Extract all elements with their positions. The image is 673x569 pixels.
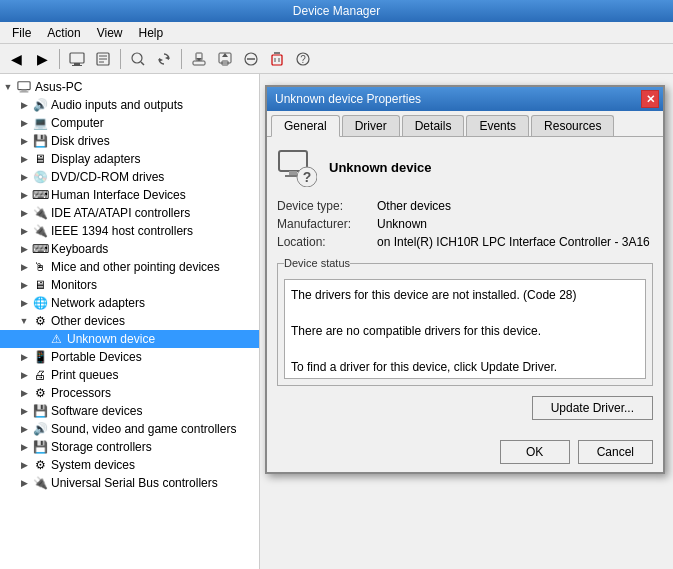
- tree-hid[interactable]: ▶ ⌨ Human Interface Devices: [0, 186, 259, 204]
- svg-rect-1: [74, 63, 80, 65]
- software-expand-icon: ▶: [16, 403, 32, 419]
- device-status-text[interactable]: The drivers for this device are not inst…: [284, 279, 646, 379]
- dialog-close-button[interactable]: ✕: [641, 90, 659, 108]
- tree-mice[interactable]: ▶ 🖱 Mice and other pointing devices: [0, 258, 259, 276]
- toolbar-computer[interactable]: [65, 47, 89, 71]
- tree-monitors[interactable]: ▶ 🖥 Monitors: [0, 276, 259, 294]
- svg-point-7: [132, 53, 142, 63]
- monitors-expand-icon: ▶: [16, 277, 32, 293]
- tree-storage[interactable]: ▶ 💾 Storage controllers: [0, 438, 259, 456]
- tree-system[interactable]: ▶ ⚙ System devices: [0, 456, 259, 474]
- display-expand-icon: ▶: [16, 151, 32, 167]
- svg-rect-2: [72, 65, 82, 66]
- toolbar-disable[interactable]: [239, 47, 263, 71]
- svg-text:?: ?: [300, 54, 306, 65]
- window-title: Device Manager: [293, 4, 380, 18]
- toolbar: ◀ ▶ ?: [0, 44, 673, 74]
- update-driver-container: Update Driver...: [277, 396, 653, 420]
- tree-audio[interactable]: ▶ 🔊 Audio inputs and outputs: [0, 96, 259, 114]
- title-bar: Device Manager: [0, 0, 673, 22]
- menu-view[interactable]: View: [89, 24, 131, 42]
- tree-computer-label: Computer: [51, 116, 104, 130]
- toolbar-uninstall[interactable]: [265, 47, 289, 71]
- tree-usb[interactable]: ▶ 🔌 Universal Serial Bus controllers: [0, 474, 259, 492]
- toolbar-help[interactable]: ?: [291, 47, 315, 71]
- mice-expand-icon: ▶: [16, 259, 32, 275]
- tab-bar: General Driver Details Events Resources: [267, 111, 663, 137]
- device-status-legend: Device status: [284, 257, 350, 269]
- toolbar-rollback[interactable]: [213, 47, 237, 71]
- tree-print-label: Print queues: [51, 368, 118, 382]
- tree-computer[interactable]: ▶ 💻 Computer: [0, 114, 259, 132]
- dvd-icon: 💿: [32, 169, 48, 185]
- tree-sound[interactable]: ▶ 🔊 Sound, video and game controllers: [0, 420, 259, 438]
- tree-keyboards[interactable]: ▶ ⌨ Keyboards: [0, 240, 259, 258]
- mice-icon: 🖱: [32, 259, 48, 275]
- cancel-button[interactable]: Cancel: [578, 440, 653, 464]
- tab-details[interactable]: Details: [402, 115, 465, 136]
- root-computer-icon: [16, 79, 32, 95]
- tree-panel: ▼ Asus-PC ▶ 🔊 Audio inputs and outputs ▶…: [0, 74, 260, 569]
- toolbar-forward[interactable]: ▶: [30, 47, 54, 71]
- dvd-expand-icon: ▶: [16, 169, 32, 185]
- tree-dvd[interactable]: ▶ 💿 DVD/CD-ROM drives: [0, 168, 259, 186]
- toolbar-sep2: [120, 49, 121, 69]
- system-icon: ⚙: [32, 457, 48, 473]
- tree-root-label: Asus-PC: [35, 80, 82, 94]
- tab-resources[interactable]: Resources: [531, 115, 614, 136]
- tab-general[interactable]: General: [271, 115, 340, 137]
- root-expand-icon: ▼: [0, 79, 16, 95]
- tree-disk-label: Disk drives: [51, 134, 110, 148]
- toolbar-refresh[interactable]: [152, 47, 176, 71]
- unknown-expand-icon: [32, 331, 48, 347]
- location-label: Location:: [277, 235, 377, 249]
- tree-network[interactable]: ▶ 🌐 Network adapters: [0, 294, 259, 312]
- portable-expand-icon: ▶: [16, 349, 32, 365]
- tree-keyboards-label: Keyboards: [51, 242, 108, 256]
- menu-file[interactable]: File: [4, 24, 39, 42]
- computer-icon: 💻: [32, 115, 48, 131]
- tree-software[interactable]: ▶ 💾 Software devices: [0, 402, 259, 420]
- tree-other-devices-label: Other devices: [51, 314, 125, 328]
- tree-ide[interactable]: ▶ 🔌 IDE ATA/ATAPI controllers: [0, 204, 259, 222]
- update-driver-button[interactable]: Update Driver...: [532, 396, 653, 420]
- tree-hid-label: Human Interface Devices: [51, 188, 186, 202]
- tree-ieee[interactable]: ▶ 🔌 IEEE 1394 host controllers: [0, 222, 259, 240]
- toolbar-properties[interactable]: [91, 47, 115, 71]
- manufacturer-label: Manufacturer:: [277, 217, 377, 231]
- tree-portable[interactable]: ▶ 📱 Portable Devices: [0, 348, 259, 366]
- svg-rect-26: [21, 90, 26, 92]
- manufacturer-row: Manufacturer: Unknown: [277, 217, 653, 231]
- toolbar-back[interactable]: ◀: [4, 47, 28, 71]
- tree-other-devices[interactable]: ▼ ⚙ Other devices: [0, 312, 259, 330]
- other-expand-icon: ▼: [16, 313, 32, 329]
- tree-processors[interactable]: ▶ ⚙ Processors: [0, 384, 259, 402]
- tree-display[interactable]: ▶ 🖥 Display adapters: [0, 150, 259, 168]
- tree-software-label: Software devices: [51, 404, 142, 418]
- svg-rect-11: [193, 61, 205, 65]
- toolbar-update-driver[interactable]: [187, 47, 211, 71]
- tree-print[interactable]: ▶ 🖨 Print queues: [0, 366, 259, 384]
- tree-disk[interactable]: ▶ 💾 Disk drives: [0, 132, 259, 150]
- tree-monitors-label: Monitors: [51, 278, 97, 292]
- ieee-expand-icon: ▶: [16, 223, 32, 239]
- sound-expand-icon: ▶: [16, 421, 32, 437]
- menu-action[interactable]: Action: [39, 24, 88, 42]
- tree-root[interactable]: ▼ Asus-PC: [0, 78, 259, 96]
- display-icon: 🖥: [32, 151, 48, 167]
- tab-events[interactable]: Events: [466, 115, 529, 136]
- properties-dialog: Unknown device Properties ✕ General Driv…: [265, 85, 665, 474]
- hid-icon: ⌨: [32, 187, 48, 203]
- tree-ide-label: IDE ATA/ATAPI controllers: [51, 206, 190, 220]
- tree-mice-label: Mice and other pointing devices: [51, 260, 220, 274]
- tree-unknown-device[interactable]: ⚠ Unknown device: [0, 330, 259, 348]
- processors-expand-icon: ▶: [16, 385, 32, 401]
- hid-expand-icon: ▶: [16, 187, 32, 203]
- tab-driver[interactable]: Driver: [342, 115, 400, 136]
- ok-button[interactable]: OK: [500, 440, 570, 464]
- device-type-value: Other devices: [377, 199, 653, 213]
- other-devices-icon: ⚙: [32, 313, 48, 329]
- tree-display-label: Display adapters: [51, 152, 140, 166]
- menu-help[interactable]: Help: [131, 24, 172, 42]
- toolbar-scan[interactable]: [126, 47, 150, 71]
